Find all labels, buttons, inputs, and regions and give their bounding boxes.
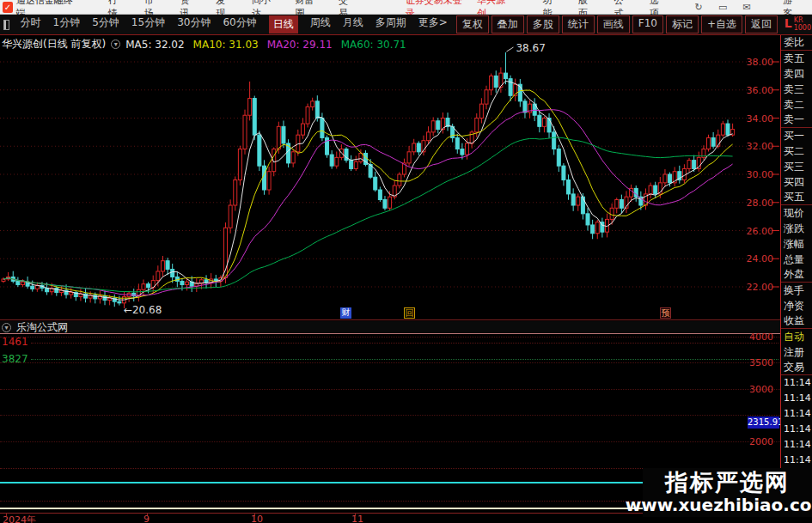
candle-body bbox=[479, 104, 483, 118]
phone-icon[interactable]: ▭ bbox=[715, 2, 730, 13]
indicator-chevron-icon[interactable]: ▾ bbox=[2, 323, 11, 332]
period-tab-6[interactable]: 日线 bbox=[269, 15, 298, 33]
candle-body bbox=[330, 155, 333, 166]
sidebar-row-17[interactable]: 净资 bbox=[781, 298, 812, 313]
sidebar-row-21[interactable]: 交易 bbox=[781, 360, 812, 375]
sidebar-row-27[interactable]: 11:14 bbox=[781, 453, 812, 468]
sidebar-row-12[interactable]: 涨跌 bbox=[781, 221, 812, 236]
candle-body bbox=[118, 301, 121, 303]
period-tab-0[interactable]: 分时 bbox=[21, 15, 41, 33]
period-tab-1[interactable]: 1分钟 bbox=[53, 15, 81, 33]
sidebar-row-18[interactable]: 收益 bbox=[781, 313, 812, 329]
sidebar-row-22[interactable]: 11:14 bbox=[781, 375, 812, 391]
sidebar-row-1[interactable]: 卖五 bbox=[781, 51, 812, 66]
tool-button-0[interactable]: 复权 bbox=[456, 15, 489, 33]
price-label-38: 38.00 bbox=[722, 57, 773, 68]
mail-icon[interactable]: ✉ bbox=[739, 2, 754, 13]
period-tab-8[interactable]: 月线 bbox=[343, 15, 363, 33]
candle-body bbox=[567, 180, 571, 194]
tool-button-8[interactable]: 返回 bbox=[745, 15, 778, 33]
period-tab-5[interactable]: 60分钟 bbox=[223, 15, 256, 33]
sidebar-row-20[interactable]: 注册 bbox=[781, 344, 812, 360]
candlestick-chart[interactable]: 38.67←20.68 bbox=[0, 35, 780, 320]
watermark: 指标严选网 www.xuezhibiao.com bbox=[643, 468, 812, 517]
ma-line-MA10 bbox=[3, 90, 733, 298]
period-tab-9[interactable]: 多周期 bbox=[375, 15, 406, 33]
indicator-value-1: 1461 bbox=[2, 336, 28, 348]
candle-body bbox=[407, 152, 411, 163]
candle-body bbox=[262, 166, 266, 190]
tool-button-6[interactable]: 标记 bbox=[666, 15, 699, 33]
candle-body bbox=[31, 286, 34, 289]
period-tab-3[interactable]: 15分钟 bbox=[131, 15, 165, 33]
sidebar-row-10[interactable]: 买五 bbox=[781, 190, 812, 205]
sub-gridline bbox=[0, 441, 780, 442]
sidebar-row-23[interactable]: 11:14 bbox=[781, 391, 812, 406]
sidebar-row-24[interactable]: 11:14 bbox=[781, 406, 812, 422]
tool-button-4[interactable]: 画线 bbox=[597, 15, 630, 33]
candle-body bbox=[475, 119, 479, 132]
indicator-header[interactable]: ▾ 乐淘公式网 bbox=[0, 321, 780, 334]
sidebar-row-15[interactable]: 外盘 bbox=[781, 267, 812, 283]
stock-title[interactable]: 华兴源创(日线 前复权) bbox=[2, 37, 106, 52]
tool-button-3[interactable]: 统计 bbox=[562, 15, 595, 33]
quote-sidebar[interactable]: 委比卖五卖四卖三卖二卖一买一买二买三买四买五现价涨跌涨幅总量外盘换手净资收益自动… bbox=[780, 35, 812, 513]
candle-body bbox=[504, 73, 507, 79]
sidebar-row-16[interactable]: 换手 bbox=[781, 283, 812, 298]
candle-body bbox=[417, 143, 420, 152]
forecast-icon[interactable]: 预 bbox=[660, 307, 671, 319]
period-tab-2[interactable]: 5分钟 bbox=[92, 15, 119, 33]
tool-button-1[interactable]: 叠加 bbox=[491, 15, 524, 33]
candle-body bbox=[455, 137, 459, 149]
sidebar-row-6[interactable]: 买一 bbox=[781, 128, 812, 143]
candle-body bbox=[461, 149, 464, 155]
period-tab-4[interactable]: 30分钟 bbox=[177, 15, 211, 33]
indicator-title[interactable]: 乐淘公式网 bbox=[16, 320, 68, 335]
candle-body bbox=[321, 119, 324, 138]
sidebar-row-3[interactable]: 卖三 bbox=[781, 82, 812, 97]
finance-report-icon[interactable]: 财 bbox=[340, 307, 351, 319]
sidebar-row-11[interactable]: 现价 bbox=[781, 205, 812, 221]
price-label-28: 28.00 bbox=[722, 198, 773, 209]
sidebar-row-8[interactable]: 买三 bbox=[781, 159, 812, 174]
candle-body bbox=[315, 101, 319, 119]
sidebar-row-19[interactable]: 自动 bbox=[781, 329, 812, 344]
refresh-icon[interactable]: ↻ bbox=[691, 2, 706, 13]
tool-button-7[interactable]: +自选 bbox=[701, 15, 742, 33]
candle-body bbox=[205, 280, 208, 283]
sidebar-row-7[interactable]: 买二 bbox=[781, 143, 812, 159]
sidebar-row-9[interactable]: 买四 bbox=[781, 174, 812, 190]
ma-labels: MA5: 32.02MA10: 31.03MA20: 29.11MA60: 30… bbox=[125, 39, 415, 51]
candle-body bbox=[431, 121, 435, 132]
period-tab-10[interactable]: 更多> bbox=[418, 15, 448, 33]
candle-body bbox=[378, 190, 382, 199]
candle-body bbox=[485, 90, 488, 104]
tool-button-5[interactable]: F10 bbox=[632, 15, 663, 33]
ma-label-1: MA10: 31.03 bbox=[193, 39, 259, 51]
period-tab-7[interactable]: 周线 bbox=[310, 15, 331, 33]
sidebar-row-0[interactable]: 委比 bbox=[781, 35, 812, 51]
tool-button-2[interactable]: 多股 bbox=[527, 15, 559, 33]
main-chart-panel[interactable]: 华兴源创(日线 前复权) ▾ MA5: 32.02MA10: 31.03MA20… bbox=[0, 35, 780, 320]
candle-body bbox=[615, 199, 619, 208]
sub-gridline bbox=[0, 362, 780, 363]
sidebar-row-2[interactable]: 卖四 bbox=[781, 66, 812, 82]
price-label-26: 26.00 bbox=[722, 226, 773, 237]
layout-split-icon[interactable] bbox=[3, 20, 9, 30]
sidebar-row-14[interactable]: 总量 bbox=[781, 252, 812, 267]
candle-body bbox=[277, 126, 280, 149]
sidebar-row-26[interactable]: 11:14 bbox=[781, 437, 812, 453]
watermark-url: www.xuezhibiao.com bbox=[626, 495, 812, 515]
sidebar-row-4[interactable]: 卖二 bbox=[781, 97, 812, 113]
sub-gridline bbox=[0, 337, 780, 338]
sidebar-row-13[interactable]: 涨幅 bbox=[781, 236, 812, 252]
announcement-icon[interactable]: 回 bbox=[404, 307, 415, 319]
sidebar-row-25[interactable]: 11:14 bbox=[781, 422, 812, 437]
candle-body bbox=[311, 101, 314, 107]
watermark-title: 指标严选网 bbox=[665, 470, 790, 495]
candle-body bbox=[156, 271, 160, 281]
tdx-terminal-window: ✓ 通达信金融终端 行情市场资讯发现问小达财富圈交易 证券交易未登录华兴源创 功… bbox=[0, 0, 812, 523]
menu-icons-group: ↻▭✉ bbox=[687, 2, 759, 13]
chevron-down-icon[interactable]: ▾ bbox=[111, 40, 120, 49]
sidebar-row-5[interactable]: 卖一 bbox=[781, 113, 812, 128]
